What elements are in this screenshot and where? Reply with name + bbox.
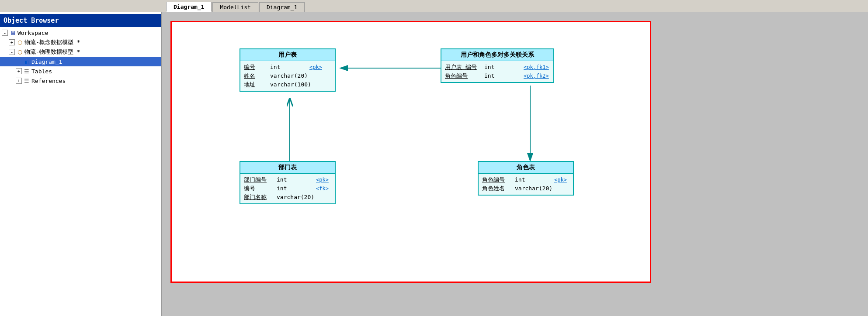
er-canvas: 用户表 编号 int <pk> 姓名 varchar(20) 地址 varch: [170, 21, 651, 283]
diagram-icon: ◧: [23, 58, 31, 65]
expand-physical[interactable]: -: [9, 49, 15, 55]
entity-row: 角色编号 int <pk>: [482, 175, 569, 184]
tables-label: Tables: [31, 68, 52, 75]
tab-modellist[interactable]: ModelList: [212, 2, 258, 12]
entity-user-table-title: 用户表: [240, 49, 335, 61]
tree-item-workspace[interactable]: - 🖥 Workspace: [0, 28, 161, 38]
entity-row: 角色姓名 varchar(20): [482, 184, 569, 193]
tree-item-physical-model[interactable]: - ⬡ 物流-物理数据模型 *: [0, 47, 161, 57]
canvas-area[interactable]: 用户表 编号 int <pk> 姓名 varchar(20) 地址 varch: [162, 12, 868, 316]
tree-item-concept-model[interactable]: + ⬡ 物流-概念数据模型 *: [0, 38, 161, 47]
tab-diagram1b[interactable]: Diagram_1: [259, 2, 305, 12]
expand-workspace[interactable]: -: [2, 30, 8, 36]
entity-relation-table-body: 用户表 编号 int <pk,fk1> 角色编号 int <pk,fk2>: [441, 61, 553, 82]
main-layout: Object Browser - 🖥 Workspace + ⬡ 物流-概念数据…: [0, 12, 868, 316]
physical-model-label: 物流-物理数据模型 *: [24, 48, 80, 56]
expand-references[interactable]: +: [16, 78, 22, 84]
workspace-label: Workspace: [17, 30, 48, 36]
expand-concept[interactable]: +: [9, 39, 15, 45]
entity-user-table[interactable]: 用户表 编号 int <pk> 姓名 varchar(20) 地址 varch: [240, 48, 336, 92]
entity-row: 编号 int <fk>: [244, 184, 331, 193]
entity-row: 部门编号 int <pk>: [244, 175, 331, 184]
entity-relation-table-title: 用户和角色多对多关联关系: [441, 49, 553, 61]
entity-dept-table-title: 部门表: [240, 162, 335, 174]
sidebar: Object Browser - 🖥 Workspace + ⬡ 物流-概念数据…: [0, 12, 162, 316]
physical-model-icon: ⬡: [16, 48, 24, 56]
tree-item-diagram1[interactable]: ◧ Diagram_1: [0, 57, 161, 66]
tab-diagram1[interactable]: Diagram_1: [166, 2, 212, 12]
concept-model-label: 物流-概念数据模型 *: [24, 38, 80, 46]
tree-item-tables[interactable]: + ☰ Tables: [0, 66, 161, 76]
diagram1-label: Diagram_1: [31, 58, 62, 65]
entity-relation-table[interactable]: 用户和角色多对多关联关系 用户表 编号 int <pk,fk1> 角色编号 in…: [441, 48, 554, 83]
entity-row: 姓名 varchar(20): [244, 72, 331, 80]
tree-item-references[interactable]: + ☰ References: [0, 76, 161, 86]
tables-icon: ☰: [23, 67, 31, 75]
entity-role-table-body: 角色编号 int <pk> 角色姓名 varchar(20): [479, 174, 573, 195]
entity-dept-table-body: 部门编号 int <pk> 编号 int <fk> 部门名称 varchar(2…: [240, 174, 335, 203]
references-icon: ☰: [23, 77, 31, 85]
entity-row: 编号 int <pk>: [244, 63, 331, 72]
workspace-icon: 🖥: [9, 29, 17, 37]
references-label: References: [31, 78, 66, 84]
entity-role-table-title: 角色表: [479, 162, 573, 174]
tab-bar: Diagram_1 ModelList Diagram_1: [0, 0, 868, 12]
sidebar-title: Object Browser: [0, 14, 161, 27]
entity-row: 用户表 编号 int <pk,fk1>: [445, 63, 550, 72]
entity-row: 部门名称 varchar(20): [244, 193, 331, 202]
entity-dept-table[interactable]: 部门表 部门编号 int <pk> 编号 int <fk> 部门名称 varch: [240, 161, 336, 204]
entity-row: 角色编号 int <pk,fk2>: [445, 72, 550, 80]
entity-role-table[interactable]: 角色表 角色编号 int <pk> 角色姓名 varchar(20): [478, 161, 574, 196]
concept-model-icon: ⬡: [16, 38, 24, 46]
expand-tables[interactable]: +: [16, 68, 22, 74]
entity-user-table-body: 编号 int <pk> 姓名 varchar(20) 地址 varchar(10…: [240, 61, 335, 91]
entity-row: 地址 varchar(100): [244, 80, 331, 89]
